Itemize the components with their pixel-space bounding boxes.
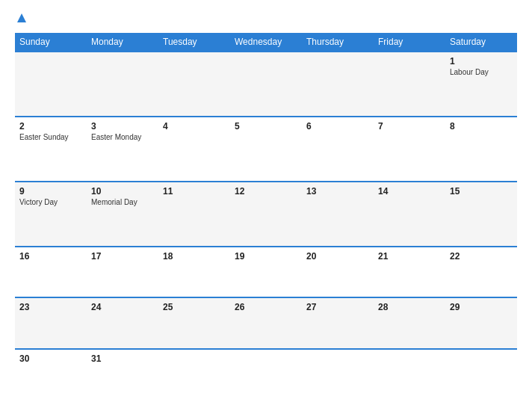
- day-number: 31: [91, 353, 154, 364]
- weekday-header-friday: Friday: [374, 33, 445, 52]
- day-number: 1: [450, 56, 513, 67]
- calendar-cell: 18: [158, 247, 230, 298]
- day-number: 11: [163, 186, 226, 197]
- calendar-cell: 23: [15, 297, 87, 349]
- calendar-cell: 12: [230, 182, 302, 247]
- weekday-header-saturday: Saturday: [445, 33, 517, 52]
- calendar-cell: 21: [374, 247, 445, 298]
- calendar-cell: 11: [158, 182, 230, 247]
- day-number: 26: [235, 302, 297, 312]
- calendar-cell: 7: [374, 117, 445, 182]
- day-number: 8: [450, 121, 513, 132]
- logo: [15, 12, 27, 24]
- day-number: 24: [91, 302, 154, 312]
- calendar-cell: 15: [445, 182, 517, 247]
- day-number: 17: [91, 251, 154, 262]
- calendar-cell: 26: [230, 297, 302, 349]
- day-number: 14: [378, 186, 441, 197]
- day-number: 23: [19, 302, 82, 312]
- calendar-cell: [230, 349, 302, 399]
- weekday-header-wednesday: Wednesday: [230, 33, 302, 52]
- calendar-cell: [302, 52, 374, 117]
- calendar-cell: 8: [445, 117, 517, 182]
- holiday-name: Labour Day: [450, 68, 513, 76]
- calendar-cell: 20: [302, 247, 374, 298]
- day-number: 25: [163, 302, 226, 312]
- calendar-cell: 17: [87, 247, 158, 298]
- calendar-week-row: 3031: [15, 349, 517, 399]
- day-number: 2: [19, 121, 82, 132]
- calendar-week-row: 9Victory Day10Memorial Day1112131415: [15, 182, 517, 247]
- calendar-cell: 1Labour Day: [445, 52, 517, 117]
- calendar-week-row: 2Easter Sunday3Easter Monday45678: [15, 117, 517, 182]
- calendar-cell: 10Memorial Day: [87, 182, 158, 247]
- day-number: 15: [450, 186, 513, 197]
- calendar-cell: 31: [87, 349, 158, 399]
- calendar-cell: 29: [445, 297, 517, 349]
- calendar-cell: 28: [374, 297, 445, 349]
- calendar-cell: [87, 52, 158, 117]
- calendar-week-row: 16171819202122: [15, 247, 517, 298]
- weekday-header-tuesday: Tuesday: [158, 33, 230, 52]
- day-number: 12: [235, 186, 297, 197]
- weekday-header-monday: Monday: [87, 33, 158, 52]
- day-number: 10: [91, 186, 154, 197]
- day-number: 7: [378, 121, 441, 132]
- calendar-cell: [15, 52, 87, 117]
- calendar-cell: 30: [15, 349, 87, 399]
- day-number: 20: [306, 251, 369, 262]
- calendar-cell: 19: [230, 247, 302, 298]
- day-number: 18: [163, 251, 226, 262]
- calendar-cell: 24: [87, 297, 158, 349]
- calendar-week-row: 23242526272829: [15, 297, 517, 349]
- day-number: 6: [306, 121, 369, 132]
- day-number: 30: [19, 353, 82, 364]
- calendar-header: [15, 12, 517, 24]
- calendar-cell: [374, 349, 445, 399]
- weekday-header-thursday: Thursday: [302, 33, 374, 52]
- calendar-cell: 22: [445, 247, 517, 298]
- day-number: 28: [378, 302, 441, 312]
- weekday-header-sunday: Sunday: [15, 33, 87, 52]
- calendar-cell: 25: [158, 297, 230, 349]
- calendar-cell: 9Victory Day: [15, 182, 87, 247]
- day-number: 5: [235, 121, 297, 132]
- calendar-cell: [374, 52, 445, 117]
- calendar-cell: [445, 349, 517, 399]
- day-number: 3: [91, 121, 154, 132]
- calendar-week-row: 1Labour Day: [15, 52, 517, 117]
- holiday-name: Memorial Day: [91, 198, 154, 206]
- day-number: 9: [19, 186, 82, 197]
- holiday-name: Easter Monday: [91, 133, 154, 141]
- calendar-cell: 16: [15, 247, 87, 298]
- calendar-cell: 4: [158, 117, 230, 182]
- svg-marker-0: [17, 13, 26, 22]
- day-number: 22: [450, 251, 513, 262]
- calendar-cell: 14: [374, 182, 445, 247]
- day-number: 13: [306, 186, 369, 197]
- calendar-cell: [158, 52, 230, 117]
- weekday-header-row: SundayMondayTuesdayWednesdayThursdayFrid…: [15, 33, 517, 52]
- day-number: 29: [450, 302, 513, 312]
- holiday-name: Easter Sunday: [19, 133, 82, 141]
- day-number: 16: [19, 251, 82, 262]
- day-number: 4: [163, 121, 226, 132]
- day-number: 21: [378, 251, 441, 262]
- calendar-table: SundayMondayTuesdayWednesdayThursdayFrid…: [15, 33, 517, 399]
- calendar-cell: 6: [302, 117, 374, 182]
- logo-text: [15, 12, 27, 24]
- calendar-cell: [302, 349, 374, 399]
- calendar-cell: 2Easter Sunday: [15, 117, 87, 182]
- calendar-cell: 5: [230, 117, 302, 182]
- calendar-cell: 3Easter Monday: [87, 117, 158, 182]
- calendar-cell: 13: [302, 182, 374, 247]
- logo-flag-icon: [16, 13, 27, 23]
- holiday-name: Victory Day: [19, 198, 82, 206]
- calendar-cell: [230, 52, 302, 117]
- calendar-cell: 27: [302, 297, 374, 349]
- day-number: 27: [306, 302, 369, 312]
- day-number: 19: [235, 251, 297, 262]
- calendar-cell: [158, 349, 230, 399]
- calendar-page: SundayMondayTuesdayWednesdayThursdayFrid…: [0, 0, 532, 411]
